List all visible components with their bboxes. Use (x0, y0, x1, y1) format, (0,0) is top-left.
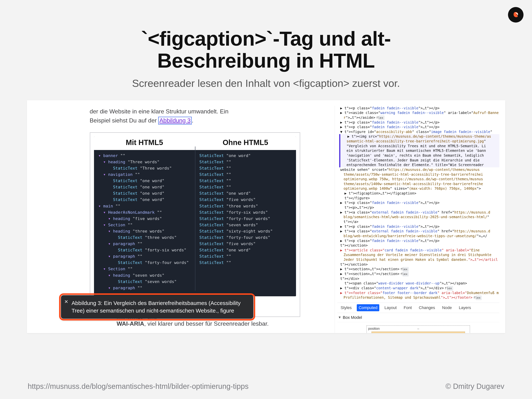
devtools-tab-node[interactable]: Node (440, 304, 454, 311)
accessibility-tree-left: ▾ banner "" ▾ heading "Three words" Stat… (98, 153, 190, 291)
devtools-panel: ▶ t"><p class="fadein fadein--visible">…… (335, 106, 500, 333)
devtools-tab-styles[interactable]: Styles (339, 304, 354, 311)
compare-left-title: Mit HTML5 (94, 136, 195, 150)
article-body: der die Website in eine klare Struktur u… (90, 107, 267, 125)
disclosure-triangle-icon[interactable]: ▼ (338, 315, 342, 320)
devtools-tab-computed[interactable]: Computed (357, 304, 379, 311)
page-title: `<figcaption>`-Tag und alt- Beschreibung… (44, 28, 488, 72)
compare-right-title: Ohne HTML5 (195, 136, 296, 150)
screenreader-tooltip: ✕ Abbildung 3: Ein Vergleich des Barrier… (61, 295, 253, 319)
accessibility-tree-right: StaticText "one word"StaticText ""Static… (199, 153, 291, 266)
box-model-section[interactable]: ▼ Box Model (337, 313, 499, 322)
close-icon[interactable]: ✕ (64, 298, 68, 305)
devtools-tab-layers[interactable]: Layers (457, 304, 473, 311)
devtools-tabs[interactable]: StylesComputedLayoutFontChangesNodeLayer… (337, 302, 499, 313)
credit: © Dmitry Dugarev (446, 382, 504, 391)
box-model-diagram: position – – – – margin 40 – – 40 border… (367, 325, 470, 333)
page-subtitle: Screenreader lesen den Inhalt von <figca… (0, 77, 532, 89)
nut-icon (511, 10, 520, 19)
screenshot-card: der die Website in eine klare Struktur u… (27, 100, 505, 333)
source-url: https://musnuss.de/blog/semantisches-htm… (28, 382, 248, 391)
devtools-tab-font[interactable]: Font (402, 304, 414, 311)
brand-logo (508, 7, 524, 23)
devtools-tab-changes[interactable]: Changes (417, 304, 437, 311)
devtools-tab-layout[interactable]: Layout (383, 304, 399, 311)
dom-tree[interactable]: ▶ t"><p class="fadein fadein--visible">…… (337, 106, 499, 300)
comparison-figure: Mit HTML5 ▾ banner "" ▾ heading "Three w… (90, 132, 300, 317)
figure-link[interactable]: Abbildung 3 (158, 117, 192, 124)
